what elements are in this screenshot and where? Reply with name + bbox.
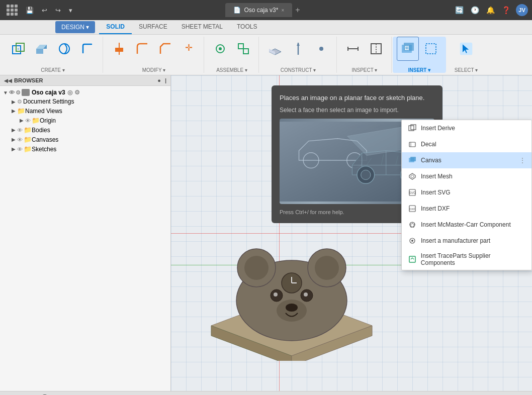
- revolve-icon: [57, 42, 71, 56]
- new-tab-button[interactable]: +: [292, 6, 303, 15]
- viewport[interactable]: Places an image on a planar face or sket…: [171, 75, 532, 391]
- menu-item-insert-derive[interactable]: Insert Derive: [402, 120, 531, 136]
- select-insert-button[interactable]: [420, 37, 442, 61]
- manufacturer-label: Insert a manufacturer part: [421, 237, 490, 244]
- chamfer-button[interactable]: [154, 37, 176, 61]
- svg-text:✛: ✛: [185, 43, 193, 53]
- doc-settings-chevron: ▶: [10, 99, 17, 105]
- tree-item-canvases[interactable]: ▶ 👁 📁 Canvases: [0, 135, 170, 144]
- canvases-label: Canvases: [32, 136, 58, 143]
- insert-label[interactable]: INSERT ▾: [408, 65, 430, 73]
- modify-fillet-button[interactable]: [131, 37, 153, 61]
- browser-toggle-icon[interactable]: ◀◀: [4, 78, 12, 83]
- help-icon[interactable]: ❓: [500, 5, 512, 16]
- svg-point-20: [319, 47, 323, 51]
- canvas-more-icon[interactable]: ⋮: [519, 157, 525, 164]
- grid-toggle-button[interactable]: ⊞: [321, 391, 336, 396]
- grid-options-button[interactable]: ⊟: [338, 391, 353, 396]
- save-button[interactable]: 💾: [23, 6, 36, 15]
- capture-button[interactable]: 📷: [253, 391, 268, 396]
- ribbon-group-assemble: ASSEMBLE ▾: [205, 37, 259, 73]
- sync-icon[interactable]: 🔄: [454, 5, 465, 16]
- svg-marker-19: [297, 43, 300, 46]
- browser-expand-button[interactable]: |: [165, 77, 166, 83]
- menu-item-traceparts[interactable]: Insert TraceParts Supplier Components: [402, 249, 531, 270]
- tree-item-named-views[interactable]: ▶ 📁 Named Views: [0, 106, 170, 116]
- browser-title: BROWSER: [14, 77, 43, 83]
- menu-button[interactable]: ▾: [66, 6, 75, 15]
- redo-button[interactable]: ↪: [53, 6, 63, 15]
- select-tool-button[interactable]: [451, 37, 481, 61]
- inspect-label: INSPECT ▾: [352, 65, 378, 73]
- joint-button[interactable]: [209, 37, 231, 61]
- menu-item-mcmaster[interactable]: Insert McMaster-Carr Component: [402, 217, 531, 233]
- menu-item-decal[interactable]: Decal: [402, 136, 531, 152]
- doc-settings-gear-icon: ⚙: [17, 98, 22, 105]
- new-component-button[interactable]: +: [7, 37, 29, 61]
- insert-canvas-button[interactable]: 🖼: [397, 37, 419, 61]
- canvases-visibility-icon[interactable]: 👁: [17, 137, 23, 143]
- root-settings-icon[interactable]: ⚙: [74, 89, 80, 96]
- manufacturer-icon: [408, 236, 417, 245]
- tree-item-sketches[interactable]: ▶ 👁 📁 Sketches: [0, 144, 170, 154]
- root-visibility-icon[interactable]: 👁: [9, 89, 15, 95]
- tab-close-button[interactable]: ×: [281, 8, 284, 13]
- menu-item-insert-svg[interactable]: SVG Insert SVG: [402, 184, 531, 201]
- grid-menu-button[interactable]: [4, 4, 20, 17]
- snap-button[interactable]: ⊕: [236, 391, 251, 396]
- origin-folder-icon: 📁: [32, 117, 40, 124]
- rigid-group-button[interactable]: [232, 37, 254, 61]
- insert-tools: 🖼: [397, 37, 442, 61]
- bodies-folder-icon: 📁: [24, 126, 32, 134]
- orbit-button[interactable]: ✋: [270, 391, 285, 396]
- browser-collapse-button[interactable]: ●: [157, 77, 161, 83]
- zoom-button[interactable]: 🔍: [287, 391, 302, 396]
- move-button[interactable]: ✛: [178, 37, 200, 61]
- measure-button[interactable]: [342, 37, 364, 61]
- svg-text:DXF: DXF: [409, 208, 415, 211]
- select-insert-icon: [424, 42, 438, 56]
- tree-item-doc-settings[interactable]: ▶ ⚙ Document Settings: [0, 97, 170, 106]
- origin-label: Origin: [40, 117, 56, 124]
- menu-item-manufacturer[interactable]: Insert a manufacturer part: [402, 233, 531, 249]
- tab-solid[interactable]: SOLID: [99, 20, 132, 34]
- menu-item-canvas[interactable]: Canvas ⋮: [402, 152, 531, 168]
- ribbon-group-modify: ✛ MODIFY ▾: [104, 37, 204, 73]
- tab-tools[interactable]: TOOLS: [230, 20, 264, 34]
- sketches-visibility-icon[interactable]: 👁: [17, 146, 23, 152]
- extrude-button[interactable]: [30, 37, 52, 61]
- extrude-icon: [34, 42, 48, 56]
- canvas-menu-icon: [408, 156, 417, 165]
- active-tab[interactable]: 📄 Oso caja v3* ×: [225, 3, 292, 17]
- root-gear-icon[interactable]: ⚙: [16, 89, 21, 96]
- insert-svg-icon: SVG: [408, 188, 417, 197]
- bell-icon[interactable]: 🔔: [485, 5, 496, 16]
- construct-point-button[interactable]: [310, 37, 332, 61]
- svg-rect-75: [409, 256, 415, 262]
- tree-item-bodies[interactable]: ▶ 👁 📁 Bodies: [0, 125, 170, 135]
- revolve-button[interactable]: [53, 37, 75, 61]
- doc-settings-label: Document Settings: [23, 98, 74, 105]
- menu-item-insert-dxf[interactable]: DXF Insert DXF: [402, 201, 531, 217]
- insert-dxf-icon: DXF: [408, 204, 417, 213]
- plane-button[interactable]: [264, 37, 286, 61]
- insert-svg-label: Insert SVG: [421, 189, 451, 196]
- clock-icon[interactable]: 🕐: [469, 5, 481, 16]
- display-mode-button[interactable]: ▣: [304, 391, 319, 396]
- bodies-visibility-icon[interactable]: 👁: [17, 127, 23, 133]
- user-avatar[interactable]: JV: [516, 4, 528, 16]
- tab-surface[interactable]: SURFACE: [132, 20, 174, 34]
- tree-item-root[interactable]: ▼ 👁 ⚙ Oso caja v3 ◎ ⚙: [0, 88, 170, 97]
- axis-button[interactable]: [287, 37, 309, 61]
- tab-sheet-metal[interactable]: SHEET METAL: [174, 20, 230, 34]
- undo-button[interactable]: ↩: [39, 6, 50, 15]
- browser-panel: ◀◀ BROWSER ● | ▼ 👁 ⚙ Oso caja v3 ◎ ⚙ ▶ ⚙…: [0, 75, 171, 391]
- select-label[interactable]: SELECT ▾: [455, 65, 478, 73]
- fillet-button[interactable]: [76, 37, 99, 61]
- design-dropdown-button[interactable]: DESIGN ▾: [55, 21, 95, 33]
- press-pull-button[interactable]: [108, 37, 130, 61]
- menu-item-insert-mesh[interactable]: Insert Mesh: [402, 168, 531, 184]
- section-button[interactable]: [365, 37, 387, 61]
- tree-item-origin[interactable]: ▶ 👁 📁 Origin: [0, 116, 170, 125]
- origin-visibility-icon[interactable]: 👁: [25, 118, 31, 124]
